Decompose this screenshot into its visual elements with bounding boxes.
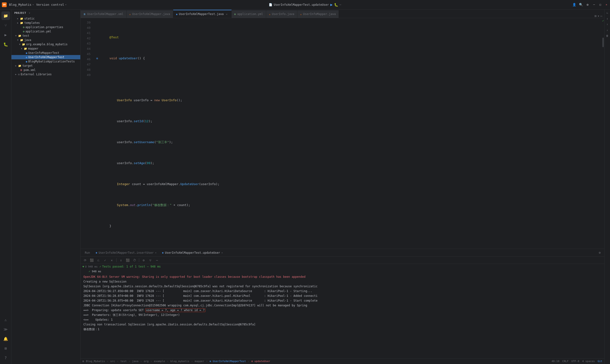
maximize-btn[interactable]: □	[598, 3, 602, 6]
tab-chevron-down[interactable]: ▾	[597, 14, 599, 18]
test-passed-row: ✓ Tests passed: 1 of 1 test – 948 ms	[100, 265, 161, 268]
sidebar-item-static[interactable]: ▶ 📁 static	[12, 16, 80, 21]
sidebar-item-userinfomappertest[interactable]: ◉ UserInfoMapperTest	[12, 51, 80, 55]
sidebar-item-java[interactable]: ▼ 📁 java	[12, 38, 80, 42]
run-tab-close-insert[interactable]: ✕	[155, 252, 156, 254]
tab-userinfoxmlmapper-xml[interactable]: 🗎 UserInfoXmlMapper.xml	[80, 10, 127, 18]
tab-userinfoxmlmappertest-java[interactable]: ◉ UserInfoXmlMapperTest.java ✕	[173, 10, 232, 18]
console-line-5: 2024-04-20T21:56:28.074+08:00 INFO 17628…	[83, 294, 601, 298]
editor-scrollbar[interactable]: ✓	[602, 18, 604, 249]
run-tab-insertuser[interactable]: ◉ UserInfoXmlMapperTest.insertUser ✕	[93, 249, 159, 256]
terminal-icon[interactable]: ≫	[1, 325, 10, 334]
debug-activity-icon[interactable]: 🐛	[1, 40, 10, 49]
folder-icon-templates: 📁	[20, 21, 23, 25]
sidebar-item-blogtests[interactable]: ◉ BlogMybatisApplicationTests	[12, 59, 80, 64]
sidebar-item-userinfoxmlmappertest[interactable]: ◉ UserInfoXmlMapperTest	[12, 55, 80, 59]
status-indent: 4 spaces	[582, 360, 595, 363]
filter-btn[interactable]: ▽	[148, 258, 153, 263]
title-bar-right: 👤 🔍 ⚙ ─ □ ✕	[457, 3, 608, 7]
more-run-btn[interactable]: ⋯	[155, 258, 160, 263]
highlight-sql: username = ?, age = ? where id = ?	[145, 308, 205, 312]
tab-userinfo-java[interactable]: ☕ UserInfo.java	[266, 10, 297, 18]
sidebar-item-external-libs[interactable]: ▶ ⊞ External Libraries	[12, 72, 80, 77]
console-line-2: Creating a new SqlSession	[83, 279, 601, 284]
rerun-btn[interactable]: ⟳	[82, 258, 88, 263]
tab-userinfoxmlmapper-java[interactable]: ☕ UserInfoXmlMapper.java	[127, 10, 173, 18]
sidebar-item-pom[interactable]: 🗎 pom.xml	[12, 68, 80, 72]
app-icon: BM	[2, 2, 7, 7]
time-btn[interactable]: ⏱	[132, 258, 137, 263]
vcs-icon[interactable]: ⑂	[1, 21, 10, 29]
right-icon-1[interactable]: ⎁	[605, 11, 610, 15]
right-icon-trash[interactable]: 🗑	[605, 33, 610, 38]
close-run-btn[interactable]: ✕	[109, 258, 114, 263]
notifications-icon[interactable]: 🔔	[1, 335, 10, 343]
sidebar-item-mapper[interactable]: ▼ 📁 mapper	[12, 46, 80, 51]
tab-userinfomapper-java[interactable]: ☕ UserInfoMapper.java	[297, 10, 339, 18]
status-bar: ⊞ Blog_Mybatis › src › test › java › org…	[80, 358, 604, 364]
run-tab-updateuser[interactable]: ◉ UserInfoXmlMapperTest.updateUser ✕	[160, 249, 225, 256]
run-gutter-40[interactable]: ⚙	[96, 56, 102, 61]
right-icon-3[interactable]: ↑	[605, 22, 610, 27]
stop-btn[interactable]: ⬛	[89, 258, 94, 263]
profile-icon[interactable]: 👤	[572, 3, 576, 7]
project-name[interactable]: Blog_Mybatis ▾	[9, 3, 34, 6]
prop-icon: ⚙	[23, 26, 25, 29]
expand-btn[interactable]: ⬛	[125, 258, 130, 263]
test-tree-row: ✓ 948 ms	[80, 269, 604, 273]
plugins-icon[interactable]: ⊞	[1, 344, 10, 352]
sidebar-item-test[interactable]: ▼ 📁 test	[12, 34, 80, 38]
right-icon-2[interactable]: ↕	[605, 16, 610, 21]
test-status-left: ▼ U 948 ms	[82, 265, 98, 268]
tests-passed-label: Tests passed: 1 of 1 test – 948 ms	[102, 265, 161, 268]
run-panel-toolbar: ⟳ ⬛ ⎌ ✓ ✕ ↕ ⬛ ⏱ ⚙ ▽ ⋯	[80, 257, 604, 264]
tab-close-btn[interactable]: ✕	[225, 13, 229, 16]
minimize-btn[interactable]: ─	[592, 3, 596, 6]
close-btn[interactable]: ✕	[605, 3, 608, 6]
tab-application-yml[interactable]: ⚙ application.yml	[232, 10, 266, 18]
debug-btn[interactable]: 🐛	[334, 3, 338, 7]
settings-icon[interactable]: ⚙	[586, 3, 589, 7]
check-btn[interactable]: ✓	[103, 258, 108, 263]
run-btn[interactable]: ▶	[330, 2, 333, 7]
right-icon-4[interactable]: ↓	[605, 28, 610, 32]
sort-btn[interactable]: ↕	[118, 258, 124, 263]
code-line-48: }	[96, 223, 602, 229]
title-bar: BM Blog_Mybatis ▾ Version control ▾ 📄 Us…	[0, 0, 610, 10]
settings2-btn[interactable]: ⚙	[141, 258, 146, 263]
console-output[interactable]: OpenJDK 64-Bit Server VM warning: Sharin…	[80, 273, 604, 358]
sidebar-item-org[interactable]: ▼ 📁 org.example.blog_mybatis	[12, 42, 80, 46]
problems-icon[interactable]: ⚠	[1, 315, 10, 324]
console-line-params: ==> Parameters: 张三丰(String), 99(Integer)…	[83, 312, 601, 317]
version-control-btn[interactable]: Version control ▾	[36, 3, 66, 6]
sidebar-item-target[interactable]: ▶ 📁 target	[12, 64, 80, 68]
search-icon[interactable]: 🔍	[579, 3, 583, 7]
java-tab-icon2: ☕	[269, 13, 271, 15]
run-tab-run[interactable]: Run	[82, 249, 92, 256]
project-chevron: ▾	[32, 3, 34, 6]
code-line-45: userInfo.setAge(99);	[96, 161, 602, 166]
code-line-47: System.out.println("修改数据：" + count);	[96, 203, 602, 208]
project-icon[interactable]: 📁	[1, 12, 10, 20]
folder-icon-mapper: 📁	[24, 47, 27, 50]
sidebar-item-app-props[interactable]: ⚙ application.properties	[12, 25, 80, 29]
code-line-49	[96, 244, 602, 249]
sidebar-item-app-yml[interactable]: ⚙ application.yml	[12, 29, 80, 34]
help-icon[interactable]: ?	[1, 353, 10, 362]
java-test-icon: ◉	[26, 52, 27, 54]
code-content[interactable]: @Test ⚙ void updateUser() { UserInfo use…	[92, 18, 602, 249]
run-icon[interactable]: ▶	[1, 30, 10, 39]
right-sidebar: ⎁ ↕ ↑ ↓ 🗑	[604, 10, 610, 364]
tab-bar-actions: ⊞ ▾ ⋯	[593, 14, 604, 18]
folder-icon-java: 📁	[20, 39, 23, 42]
sidebar-item-templates[interactable]: ▶ 📁 templates	[12, 21, 80, 25]
run-panel-settings[interactable]: ⚙	[597, 250, 602, 255]
status-encoding: UTF-8	[571, 360, 579, 363]
tab-more[interactable]: ⋯	[600, 14, 602, 18]
restore-btn[interactable]: ⎌	[96, 258, 101, 263]
more-btn[interactable]: ⋯	[339, 3, 341, 6]
run-tab-close-update[interactable]: ✕	[221, 252, 223, 254]
code-line-43: userInfo.setId(12);	[96, 119, 602, 124]
tab-split-icon[interactable]: ⊞	[595, 14, 597, 18]
scrollbar-thumb[interactable]	[602, 38, 604, 47]
